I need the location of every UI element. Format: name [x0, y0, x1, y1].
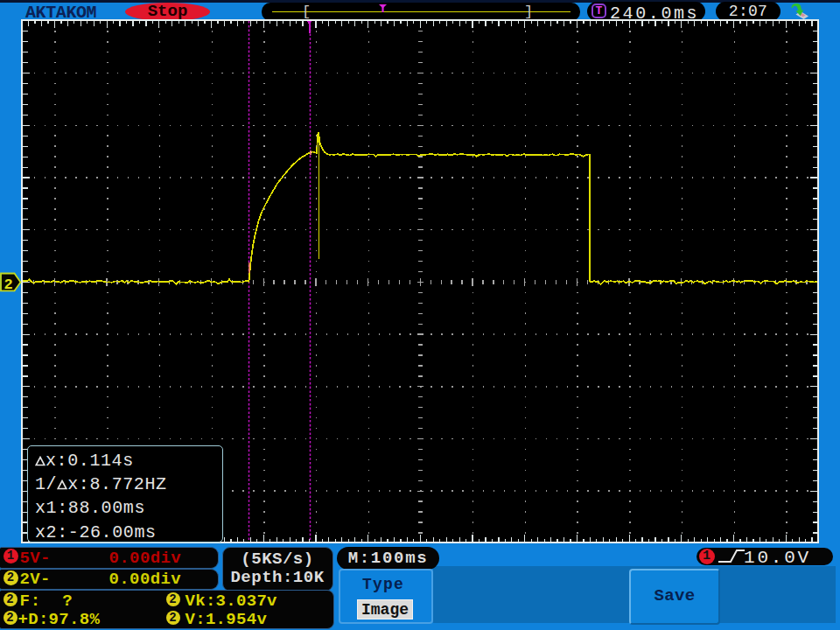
svg-text:2: 2: [4, 276, 13, 293]
